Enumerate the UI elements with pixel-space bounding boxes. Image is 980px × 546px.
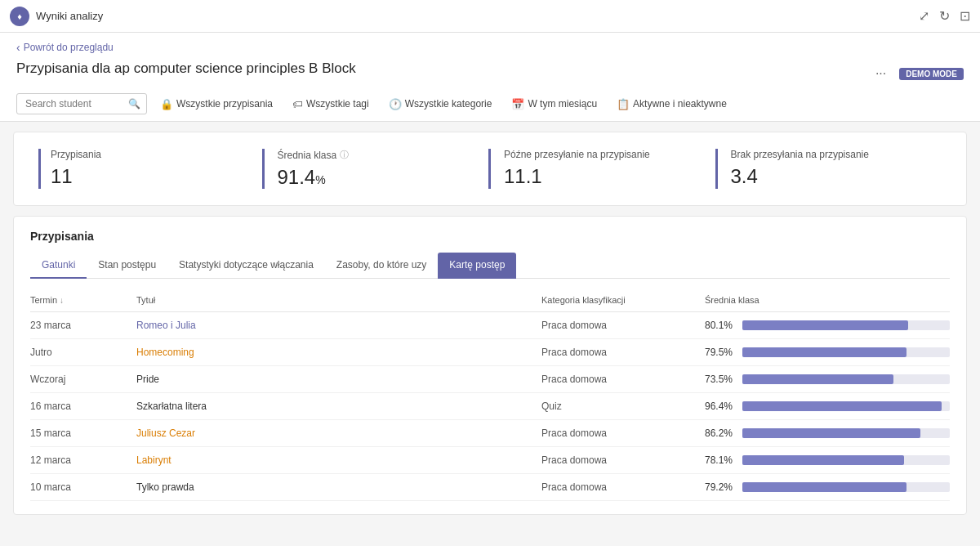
cell-avg-grade: 80.1% xyxy=(705,320,950,331)
progress-fill xyxy=(742,320,908,330)
active-filter-icon: 📋 xyxy=(617,98,630,110)
table-header: Termin ↓TytułKategoria klasyfikacjiŚredn… xyxy=(30,292,950,312)
external-icon[interactable]: ⊡ xyxy=(960,8,970,24)
progress-fill xyxy=(742,428,920,438)
stat-assignments-value: 11 xyxy=(51,165,229,188)
table-row: 12 marcaLabiryntPraca domowa78.1% xyxy=(30,447,950,474)
progress-track xyxy=(742,401,950,411)
progress-track xyxy=(742,374,950,384)
cell-avg-grade: 79.5% xyxy=(705,347,950,358)
grade-value: 73.5% xyxy=(705,374,736,385)
search-input-wrap: 🔍 xyxy=(16,93,147,114)
back-link[interactable]: ‹ Powrót do przeglądu xyxy=(16,41,964,54)
stat-late-label: Późne przesyłanie na przypisanie xyxy=(504,149,650,160)
progress-track xyxy=(742,347,950,357)
progress-track xyxy=(742,455,950,465)
table-header-0[interactable]: Termin ↓ xyxy=(30,295,136,305)
table-body: 23 marcaRomeo i JuliaPraca domowa80.1%Ju… xyxy=(30,312,950,501)
assignments-section: Przypisania GatunkiStan postępuStatystyk… xyxy=(13,216,967,515)
stats-section: Przypisania 11 Średnia klasa ⓘ 91.4% Póź… xyxy=(13,132,967,206)
cell-date: 10 marca xyxy=(30,481,136,493)
stat-avg-grade-label: Średnia klasa xyxy=(278,150,337,161)
all-assignments-filter[interactable]: 🔒 Wszystkie przypisania xyxy=(154,95,279,114)
categories-filter-icon: 🕐 xyxy=(389,98,402,110)
cell-date: 23 marca xyxy=(30,320,136,331)
cell-avg-grade: 78.1% xyxy=(705,454,950,466)
cell-date: Wczoraj xyxy=(30,374,136,385)
tab-4[interactable]: Kartę postęp xyxy=(438,253,516,279)
demo-badge: DEMO MODE xyxy=(899,68,964,80)
cell-date: 16 marca xyxy=(30,401,136,412)
grade-value: 86.2% xyxy=(705,427,736,439)
cell-title: Pride xyxy=(136,374,541,385)
grade-value: 79.5% xyxy=(705,347,736,358)
cell-category: Praca domowa xyxy=(541,320,705,331)
progress-fill xyxy=(742,455,904,465)
cell-title[interactable]: Labirynt xyxy=(136,454,541,466)
cell-category: Praca domowa xyxy=(541,481,705,493)
title-bar: ♦ Wyniki analizy ⤢ ↻ ⊡ xyxy=(0,0,980,33)
refresh-icon[interactable]: ↻ xyxy=(939,8,950,24)
this-month-filter[interactable]: 📅 W tym miesiącu xyxy=(505,95,604,114)
progress-fill xyxy=(742,401,942,411)
progress-fill xyxy=(742,482,906,492)
table-row: WczorajPridePraca domowa73.5% xyxy=(30,366,950,393)
header-actions: ··· DEMO MODE xyxy=(875,66,964,81)
all-tags-filter[interactable]: 🏷 Wszystkie tagi xyxy=(286,95,376,114)
title-bar-left: ♦ Wyniki analizy xyxy=(10,7,103,26)
grade-value: 96.4% xyxy=(705,401,736,412)
sort-icon[interactable]: ↓ xyxy=(60,296,64,305)
cell-date: 15 marca xyxy=(30,427,136,439)
minimize-icon[interactable]: ⤢ xyxy=(919,8,929,24)
cell-title[interactable]: Juliusz Cezar xyxy=(136,427,541,439)
table-row: 15 marcaJuliusz CezarPraca domowa86.2% xyxy=(30,420,950,447)
cell-avg-grade: 79.2% xyxy=(705,481,950,493)
stat-assignments-label: Przypisania xyxy=(51,149,101,160)
cell-category: Praca domowa xyxy=(541,347,705,358)
cell-avg-grade: 96.4% xyxy=(705,401,950,412)
calendar-filter-icon: 📅 xyxy=(511,98,524,110)
stat-missing-label: Brak przesyłania na przypisanie xyxy=(731,149,869,160)
table-row: 16 marcaSzkarłatna literaQuiz96.4% xyxy=(30,393,950,420)
table-row: JutroHomecomingPraca domowa79.5% xyxy=(30,339,950,366)
cell-category: Praca domowa xyxy=(541,454,705,466)
progress-track xyxy=(742,482,950,492)
table-row: 23 marcaRomeo i JuliaPraca domowa80.1% xyxy=(30,312,950,339)
more-options-icon[interactable]: ··· xyxy=(875,66,886,81)
stat-avg-grade-value: 91.4% xyxy=(278,166,457,189)
tabs: GatunkiStan postępuStatystyki dotyczące … xyxy=(30,253,950,279)
progress-fill xyxy=(742,374,893,384)
progress-fill xyxy=(742,347,906,357)
search-input[interactable] xyxy=(16,93,147,114)
tab-1[interactable]: Stan postępu xyxy=(87,253,167,279)
stat-assignments: Przypisania 11 xyxy=(38,149,229,189)
stat-late-value: 11.1 xyxy=(504,165,683,188)
tab-2[interactable]: Statystyki dotyczące włączania xyxy=(167,253,325,279)
app-title: Wyniki analizy xyxy=(36,10,103,22)
chevron-left-icon: ‹ xyxy=(16,41,20,54)
info-icon[interactable]: ⓘ xyxy=(340,149,349,161)
page-title: Przypisania dla ap computer science prin… xyxy=(16,60,356,77)
cell-title[interactable]: Homecoming xyxy=(136,347,541,358)
assignment-filter-icon: 🔒 xyxy=(160,98,173,110)
table-header-3: Średnia klasa xyxy=(705,295,950,305)
app-icon: ♦ xyxy=(10,7,29,26)
cell-title: Tylko prawda xyxy=(136,481,541,493)
grade-value: 78.1% xyxy=(705,454,736,466)
header-row: Przypisania dla ap computer science prin… xyxy=(16,60,964,87)
cell-title[interactable]: Romeo i Julia xyxy=(136,320,541,331)
search-icon: 🔍 xyxy=(128,98,140,110)
cell-avg-grade: 73.5% xyxy=(705,374,950,385)
cell-date: 12 marca xyxy=(30,454,136,466)
stat-late-submissions: Późne przesyłanie na przypisanie 11.1 xyxy=(488,149,683,189)
tab-3[interactable]: Zasoby, do które uzy xyxy=(325,253,439,279)
active-inactive-filter[interactable]: 📋 Aktywne i nieaktywne xyxy=(610,95,733,114)
cell-category: Praca domowa xyxy=(541,374,705,385)
all-categories-filter[interactable]: 🕐 Wszystkie kategorie xyxy=(382,95,499,114)
cell-date: Jutro xyxy=(30,347,136,358)
cell-category: Quiz xyxy=(541,401,705,412)
back-label: Powrót do przeglądu xyxy=(24,42,114,53)
tab-0[interactable]: Gatunki xyxy=(30,253,87,279)
table-header-1: Tytuł xyxy=(136,295,541,305)
header-section: ‹ Powrót do przeglądu Przypisania dla ap… xyxy=(0,33,980,122)
